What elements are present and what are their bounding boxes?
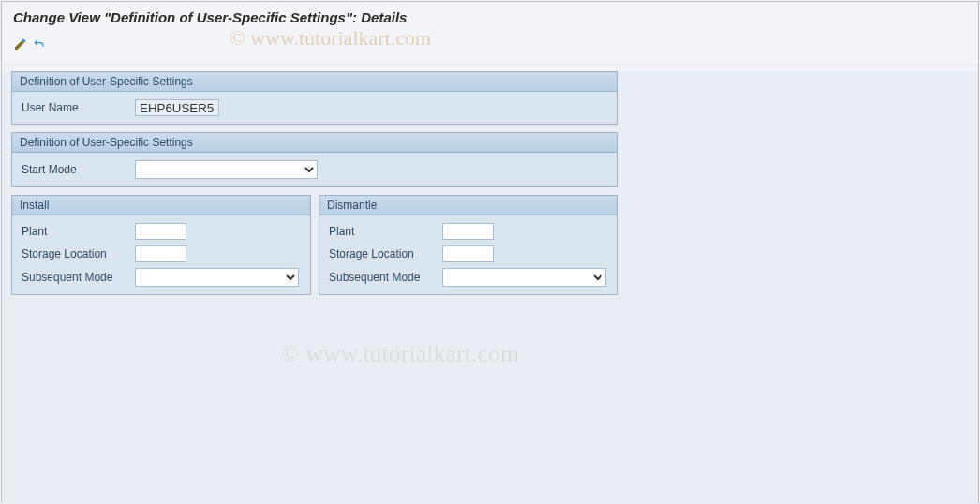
dismantle-plant-label: Plant <box>329 225 437 238</box>
dismantle-storage-label: Storage Location <box>329 247 437 260</box>
user-name-field <box>135 99 219 116</box>
panel-user-specific-2: Definition of User-Specific Settings Sta… <box>11 132 618 187</box>
dismantle-plant-field[interactable] <box>442 223 494 240</box>
install-plant-field[interactable] <box>135 223 186 240</box>
divider <box>2 64 978 66</box>
dismantle-mode-select[interactable] <box>442 268 606 287</box>
dismantle-mode-label: Subsequent Mode <box>329 271 437 284</box>
pencil-toggle-icon[interactable] <box>13 37 28 54</box>
start-mode-label: Start Mode <box>22 163 129 176</box>
panel-dismantle: Dismantle Plant Storage Location Subsequ… <box>319 195 618 295</box>
page-title: Change View "Definition of User-Specific… <box>2 2 978 31</box>
panel-header: Definition of User-Specific Settings <box>12 72 617 92</box>
user-name-label: User Name <box>22 101 129 114</box>
install-storage-label: Storage Location <box>22 247 129 260</box>
start-mode-select[interactable] <box>135 160 318 179</box>
panel-header: Definition of User-Specific Settings <box>12 133 617 153</box>
undo-icon[interactable] <box>32 37 47 54</box>
content-area: Definition of User-Specific Settings Use… <box>2 71 978 504</box>
install-plant-label: Plant <box>22 225 129 238</box>
install-mode-label: Subsequent Mode <box>22 271 129 284</box>
panel-header: Dismantle <box>319 196 617 215</box>
panel-header: Install <box>12 196 310 215</box>
toolbar <box>2 31 978 64</box>
panel-install: Install Plant Storage Location Subsequen… <box>11 195 311 295</box>
install-mode-select[interactable] <box>135 268 299 287</box>
dismantle-storage-field[interactable] <box>442 245 494 262</box>
install-storage-field[interactable] <box>135 245 186 262</box>
panel-user-specific-1: Definition of User-Specific Settings Use… <box>11 71 618 125</box>
